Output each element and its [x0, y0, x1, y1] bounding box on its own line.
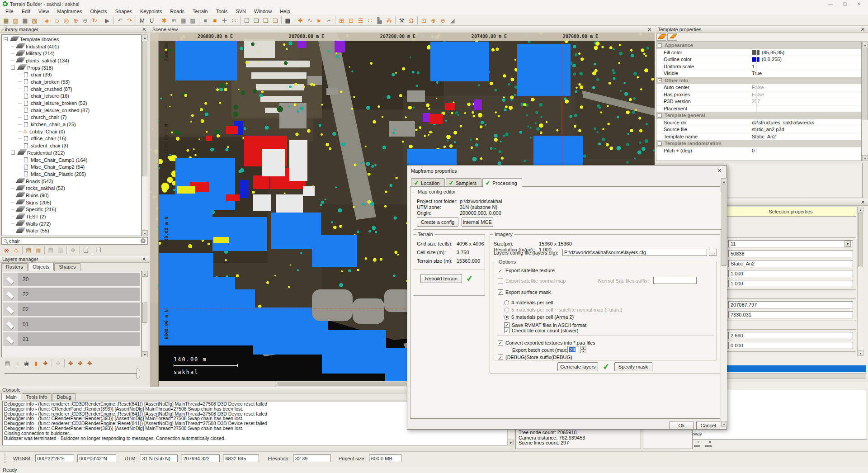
rebuild-terrain-button[interactable]: Rebuild terrain	[420, 274, 462, 283]
axis-icon[interactable]: ✚	[220, 16, 229, 25]
scroll-up-icon[interactable]: ▲	[721, 178, 727, 184]
property-row[interactable]: Has proxiesFalse	[656, 91, 861, 99]
open-project-icon[interactable]: ▥	[11, 16, 20, 25]
snap-objects-icon[interactable]: ✱	[160, 16, 169, 25]
new-frame-icon[interactable]: ⊡	[419, 16, 429, 25]
tab-rasters[interactable]: Rasters	[1, 263, 28, 271]
property-section[interactable]: –Template general	[656, 112, 861, 119]
tree-item[interactable]: chair_leisure_crushed (87)	[2, 107, 141, 114]
move-sel-icon[interactable]: ✥	[75, 359, 85, 368]
selection-field[interactable]: 1.000	[728, 280, 853, 287]
move-layer-icon[interactable]: ✥	[41, 359, 50, 368]
property-row[interactable]: Template nameStatic_An2	[656, 133, 861, 141]
select-mapframe-icon[interactable]: ◎	[61, 16, 71, 25]
move-dim-icon[interactable]: ✥	[53, 359, 63, 368]
tree-item[interactable]: TEST (2)	[2, 213, 141, 220]
menu-tools[interactable]: Tools	[212, 8, 231, 14]
tree-item[interactable]: Misc_Chair_Plastic (205)	[2, 170, 141, 178]
library-search[interactable]: chair ✕	[1, 237, 148, 245]
menu-roads[interactable]: Roads	[166, 8, 188, 14]
library-close-icon[interactable]: ✕	[141, 27, 147, 33]
scroll-thumb[interactable]	[863, 48, 868, 120]
rotate-mapframe-icon[interactable]: ↻	[90, 16, 99, 25]
selection-field[interactable]: 50838	[728, 250, 853, 257]
property-section[interactable]: –Template randomization	[656, 140, 861, 147]
collapse-icon[interactable]: –	[658, 78, 662, 82]
tree-item[interactable]: Industrial (401)	[2, 43, 141, 50]
checkbox[interactable]: ✓	[504, 322, 509, 328]
comment-icon[interactable]: ❑	[81, 246, 90, 255]
delete-keypoint-icon[interactable]: X	[705, 441, 712, 447]
property-value[interactable]: (85,85,85)	[749, 50, 784, 55]
expander-icon[interactable]: –	[11, 66, 15, 70]
paste-library-icon[interactable]: ▥	[56, 246, 65, 255]
dialog-tab-samplers[interactable]: ✔Samplers	[446, 178, 482, 187]
template-view-1-button[interactable]	[656, 33, 666, 41]
pan-icon[interactable]: ✥	[296, 16, 305, 25]
property-section[interactable]: –Other info	[656, 77, 861, 85]
tree-item[interactable]: –Residential (312)	[2, 149, 141, 156]
property-row[interactable]: Source filestatic_an2.p3d	[656, 126, 861, 133]
tree-item[interactable]: –Template libraries	[2, 36, 141, 43]
property-row[interactable]: Outline color(0,0,255)	[656, 56, 861, 63]
tree-item[interactable]: Roads (543)	[2, 178, 141, 185]
property-row[interactable]: P3D version257	[656, 98, 861, 105]
template-close-icon[interactable]: ✕	[860, 27, 866, 33]
tree-item[interactable]: Ruins (90)	[2, 192, 141, 199]
internal-mce-button[interactable]: internal MCE	[462, 218, 493, 227]
menu-edit[interactable]: Edit	[18, 8, 34, 14]
fence-select-icon[interactable]: ⌐	[324, 16, 334, 25]
add-object-icon[interactable]: ⊞	[337, 16, 346, 25]
scroll-down-icon[interactable]: ▼	[142, 230, 148, 236]
layer-row[interactable]: 02	[3, 303, 140, 316]
selection-field[interactable]: 7330.031	[728, 311, 853, 318]
dialog-close-icon[interactable]: ✕	[716, 168, 723, 174]
tree-item[interactable]: chair_leisure_broken (52)	[2, 99, 141, 107]
menu-mapframes[interactable]: Mapframes	[53, 8, 85, 14]
selection-scrollbar[interactable]: ▲ ▼	[857, 207, 863, 356]
scroll-down-icon[interactable]: ▼	[142, 351, 148, 357]
cube-gray-icon[interactable]: ■	[201, 16, 210, 25]
tools-hammer-icon[interactable]: ⚒	[397, 16, 406, 25]
close-icon[interactable]: ✕	[857, 1, 861, 6]
tree-item[interactable]: Specific (216)	[2, 206, 141, 213]
create-config-button[interactable]: Create a config	[417, 218, 458, 227]
panel-icon[interactable]: ❏	[242, 16, 251, 25]
save-icon[interactable]: ▦	[20, 16, 30, 25]
export-layer-icon[interactable]: ▤	[3, 359, 12, 368]
menu-file[interactable]: File	[2, 8, 17, 14]
layers-list-scrollbar[interactable]: ▲ ▼	[142, 271, 148, 357]
add-stairs-icon[interactable]: ▙	[375, 16, 384, 25]
panel-image-icon[interactable]: ❏	[270, 16, 280, 25]
collapse-icon[interactable]: –	[658, 114, 662, 118]
minimize-icon[interactable]: —	[828, 1, 833, 6]
property-value[interactable]: (0,0,255)	[749, 57, 782, 62]
copy-library-icon[interactable]: ▤	[46, 246, 56, 255]
layers-opacity-slider[interactable]	[5, 373, 140, 374]
layers-cfg-field[interactable]: P:\dz\worlds\sakhal\source\layers.cfg	[562, 249, 707, 256]
generate-layers-button[interactable]: Generate layers	[557, 362, 598, 371]
layer-row[interactable]: 22	[3, 288, 140, 301]
remove-filter-icon[interactable]: ⊗	[2, 246, 11, 255]
scroll-up-icon[interactable]: ▲	[142, 271, 148, 277]
project-size-field[interactable]: 600.0 MB	[369, 454, 401, 462]
tree-item[interactable]: chair_crushed (87)	[2, 85, 141, 93]
zoom-out-icon[interactable]: ⊖	[80, 16, 90, 25]
tree-item[interactable]: Water (55)	[2, 227, 141, 235]
elevation-field[interactable]: 32.39	[293, 454, 331, 462]
contour-icon[interactable]: ≋	[169, 16, 179, 25]
property-row[interactable]: Fill color(85,85,85)	[656, 49, 861, 57]
selection-field[interactable]: 1.000	[728, 270, 853, 277]
utm-easting-field[interactable]: 207694.322	[181, 454, 220, 462]
menu-window[interactable]: Window	[250, 8, 275, 14]
tree-item[interactable]: plants_sakhal (134)	[2, 57, 141, 64]
visibility-icon[interactable]: ◉	[22, 359, 31, 368]
utm-zone-field[interactable]: 31 N (sub N)	[140, 454, 178, 462]
add-points-icon[interactable]: ∷	[365, 16, 375, 25]
add-building-icon[interactable]: ⊡	[346, 16, 356, 25]
grab-template-icon[interactable]: ✥	[68, 246, 78, 255]
pick-icon[interactable]: ►	[315, 16, 324, 25]
menu-view[interactable]: View	[35, 8, 53, 14]
export-batch-count-field[interactable]: 24	[567, 346, 579, 353]
longitude-field[interactable]: 000°22'26"E	[35, 454, 74, 462]
